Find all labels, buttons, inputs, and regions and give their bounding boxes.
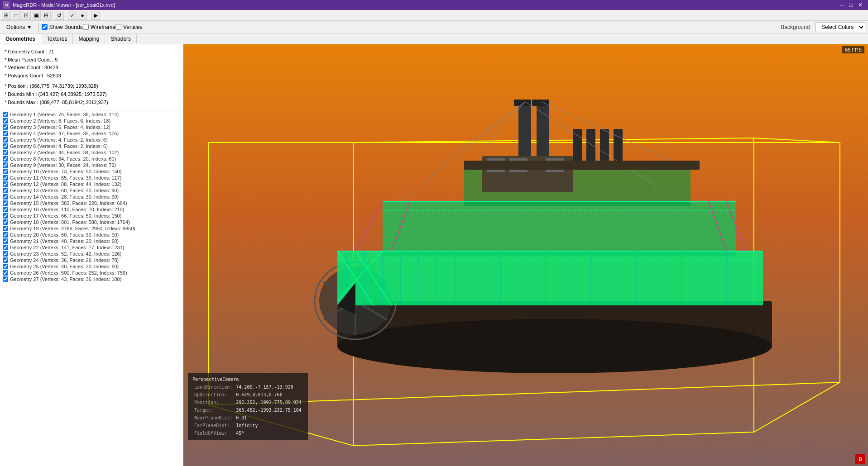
options-bar: Options ▼ Show Bounds Wireframe Vertices… (0, 21, 868, 33)
list-item[interactable]: Geometry 14 (Vertexs: 28, Faces: 30, Ind… (2, 194, 181, 200)
geom-label: Geometry 24 (Vertexs: 36, Faces: 26, Ind… (10, 257, 119, 263)
geom-label: Geometry 18 (Vertexs: 801, Faces: 588, I… (10, 219, 130, 225)
geom-checkbox-4[interactable] (3, 131, 8, 136)
vertices-option[interactable]: Vertices (115, 24, 143, 30)
show-bounds-checkbox[interactable] (42, 24, 48, 30)
select-colors-dropdown[interactable]: Select Colors (815, 22, 865, 32)
geom-checkbox-3[interactable] (3, 124, 8, 130)
geom-label: Geometry 3 (Vertexs: 6, Faces: 4, Indexs… (10, 124, 110, 130)
geom-checkbox-23[interactable] (3, 251, 8, 257)
list-item[interactable]: Geometry 9 (Vertexs: 30, Faces: 24, Inde… (2, 162, 181, 168)
geom-label: Geometry 12 (Vertexs: 88, Faces: 44, Ind… (10, 181, 121, 187)
options-menu[interactable]: Options ▼ (3, 23, 36, 31)
geom-checkbox-17[interactable] (3, 213, 8, 219)
wireframe-option[interactable]: Wireframe (83, 24, 115, 30)
list-item[interactable]: Geometry 24 (Vertexs: 36, Faces: 26, Ind… (2, 257, 181, 263)
list-item[interactable]: Geometry 23 (Vertexs: 52, Faces: 42, Ind… (2, 251, 181, 257)
list-item[interactable]: Geometry 7 (Vertexs: 44, Faces: 34, Inde… (2, 149, 181, 156)
tb-icon-6[interactable]: ↺ (55, 11, 64, 20)
tab-geometries[interactable]: Geometries (0, 34, 41, 43)
list-item[interactable]: Geometry 3 (Vertexs: 6, Faces: 4, Indexs… (2, 124, 181, 130)
list-item[interactable]: Geometry 26 (Vertexs: 500, Faces: 252, I… (2, 270, 181, 276)
tb-icon-8[interactable]: ● (78, 11, 87, 20)
model-stats: * Geometry Count : 71 * Mesh Parent Coun… (0, 44, 183, 110)
geom-checkbox-10[interactable] (3, 169, 8, 174)
list-item[interactable]: Geometry 20 (Vertexs: 60, Faces: 30, Ind… (2, 232, 181, 238)
list-item[interactable]: Geometry 11 (Vertexs: 65, Faces: 39, Ind… (2, 175, 181, 181)
geom-checkbox-24[interactable] (3, 257, 8, 263)
list-item[interactable]: Geometry 6 (Vertexs: 4, Faces: 2, Indexs… (2, 143, 181, 149)
tab-shaders[interactable]: Shaders (105, 34, 137, 43)
list-item[interactable]: Geometry 27 (Vertexs: 43, Faces: 36, Ind… (2, 276, 181, 282)
list-item[interactable]: Geometry 16 (Vertexs: 110, Faces: 70, In… (2, 206, 181, 213)
geom-checkbox-22[interactable] (3, 245, 8, 250)
list-item[interactable]: Geometry 13 (Vertexs: 60, Faces: 30, Ind… (2, 187, 181, 194)
list-item[interactable]: Geometry 2 (Vertexs: 8, Faces: 6, Indexs… (2, 118, 181, 124)
3d-viewport[interactable]: 65 FPS PerspectiveCamera LookDirection: … (183, 44, 868, 466)
geom-checkbox-9[interactable] (3, 162, 8, 168)
look-dir-label: LookDirection: (192, 383, 234, 391)
tab-mapping[interactable]: Mapping (73, 34, 105, 43)
list-item[interactable]: Geometry 17 (Vertexs: 66, Faces: 50, Ind… (2, 213, 181, 219)
list-item[interactable]: Geometry 1 (Vertexs: 76, Faces: 38, Inde… (2, 111, 181, 118)
left-panel: * Geometry Count : 71 * Mesh Parent Coun… (0, 44, 183, 466)
maximize-button[interactable]: □ (847, 2, 855, 8)
tb-icon-7[interactable]: ✓ (68, 11, 77, 20)
tab-textures[interactable]: Textures (41, 34, 73, 43)
wireframe-checkbox[interactable] (83, 24, 89, 30)
list-item[interactable]: Geometry 19 (Vertexs: 4786, Faces: 2950,… (2, 225, 181, 232)
list-item[interactable]: Geometry 15 (Vertexs: 382, Faces: 228, I… (2, 200, 181, 206)
list-item[interactable]: Geometry 25 (Vertexs: 40, Faces: 20, Ind… (2, 263, 181, 270)
geom-checkbox-5[interactable] (3, 137, 8, 143)
list-item[interactable]: Geometry 18 (Vertexs: 801, Faces: 588, I… (2, 219, 181, 225)
close-button[interactable]: ✕ (855, 2, 865, 8)
geom-checkbox-12[interactable] (3, 181, 8, 187)
tb-icon-5[interactable]: ⊟ (42, 11, 51, 20)
fps-display: 65 FPS (842, 46, 864, 53)
tb-icon-9[interactable]: ▶ (91, 11, 100, 20)
list-item[interactable]: Geometry 8 (Vertexs: 34, Faces: 20, Inde… (2, 156, 181, 162)
geom-checkbox-8[interactable] (3, 156, 8, 162)
geom-checkbox-2[interactable] (3, 118, 8, 124)
list-item[interactable]: Geometry 5 (Vertexs: 4, Faces: 2, Indexs… (2, 137, 181, 143)
minimize-button[interactable]: ─ (837, 2, 847, 8)
show-bounds-option[interactable]: Show Bounds (42, 24, 83, 30)
tb-icon-3[interactable]: ⊡ (22, 11, 31, 20)
list-item[interactable]: Geometry 21 (Vertexs: 40, Faces: 20, Ind… (2, 238, 181, 244)
geom-checkbox-20[interactable] (3, 232, 8, 238)
geom-checkbox-19[interactable] (3, 226, 8, 231)
position: * Position : (366,775; 74,31739; 1993,32… (5, 82, 178, 90)
geom-checkbox-7[interactable] (3, 150, 8, 155)
geom-checkbox-16[interactable] (3, 207, 8, 212)
geom-label: Geometry 17 (Vertexs: 66, Faces: 50, Ind… (10, 213, 121, 219)
list-item[interactable]: Geometry 4 (Vertexs: 47, Faces: 35, Inde… (2, 130, 181, 137)
geom-checkbox-18[interactable] (3, 219, 8, 225)
tb-icon-2[interactable]: □ (12, 11, 21, 20)
geom-label: Geometry 23 (Vertexs: 52, Faces: 42, Ind… (10, 251, 121, 257)
geometry-count: * Geometry Count : 71 (5, 48, 178, 56)
tabs-bar: Geometries Textures Mapping Shaders (0, 33, 868, 44)
geom-checkbox-1[interactable] (3, 112, 8, 117)
geom-checkbox-11[interactable] (3, 175, 8, 181)
geom-checkbox-26[interactable] (3, 270, 8, 276)
tb-icon-1[interactable]: ⊞ (2, 11, 11, 20)
geom-checkbox-15[interactable] (3, 200, 8, 206)
tb-icon-4[interactable]: ▣ (32, 11, 41, 20)
vertices-checkbox[interactable] (115, 24, 121, 30)
list-item[interactable]: Geometry 12 (Vertexs: 88, Faces: 44, Ind… (2, 181, 181, 187)
geom-checkbox-27[interactable] (3, 276, 8, 282)
svg-rect-42 (532, 100, 549, 106)
geom-checkbox-25[interactable] (3, 264, 8, 269)
geom-checkbox-14[interactable] (3, 194, 8, 200)
geom-label: Geometry 8 (Vertexs: 34, Faces: 20, Inde… (10, 156, 116, 162)
geom-checkbox-6[interactable] (3, 143, 8, 149)
target-label: Target: (192, 406, 234, 414)
geom-label: Geometry 11 (Vertexs: 65, Faces: 39, Ind… (10, 175, 121, 181)
geom-checkbox-21[interactable] (3, 238, 8, 244)
wireframe-label: Wireframe (91, 24, 115, 30)
list-item[interactable]: Geometry 22 (Vertexs: 141, Faces: 77, In… (2, 244, 181, 251)
list-item[interactable]: Geometry 10 (Vertexs: 73, Faces: 50, Ind… (2, 168, 181, 175)
main-area: * Geometry Count : 71 * Mesh Parent Coun… (0, 44, 868, 466)
bounds-min: * Bounds Min : (343,427; 64,38925; 1973,… (5, 90, 178, 99)
geom-checkbox-13[interactable] (3, 188, 8, 193)
